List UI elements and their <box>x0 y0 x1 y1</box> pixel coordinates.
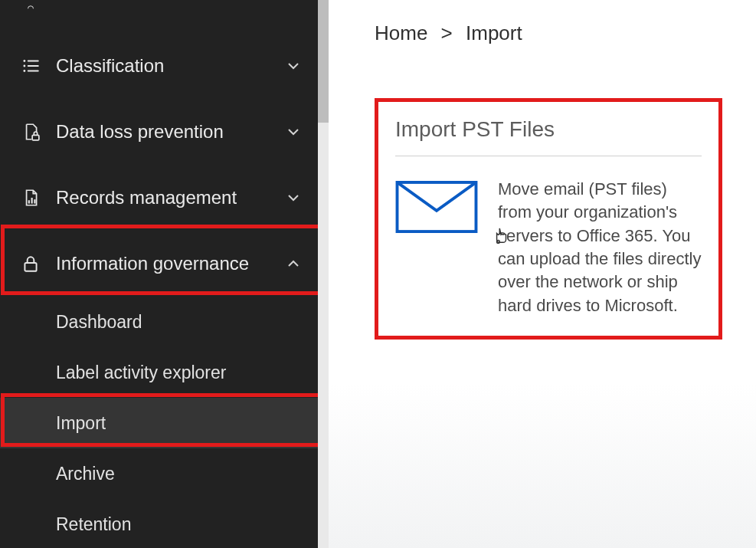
sidebar-item-classification[interactable]: Classification <box>0 33 318 99</box>
sidebar-item-label: Records management <box>56 187 284 208</box>
unknown-icon <box>19 0 42 21</box>
sidebar-scrollbar[interactable] <box>318 0 329 548</box>
sidebar-sub-import[interactable]: Import <box>0 398 318 448</box>
svg-rect-9 <box>34 199 35 203</box>
sidebar-item-truncated[interactable] <box>0 0 318 19</box>
import-pst-card[interactable]: Import PST Files Move email (PST files) … <box>375 98 722 340</box>
envelope-icon <box>395 178 481 233</box>
sidebar-sub-label: Import <box>56 413 106 434</box>
sidebar-sub-archive[interactable]: Archive <box>0 448 318 499</box>
sidebar-item-label: Classification <box>56 55 284 77</box>
svg-rect-10 <box>25 263 36 271</box>
breadcrumb-separator: > <box>441 21 453 44</box>
svg-point-3 <box>23 60 25 62</box>
svg-point-5 <box>23 70 25 72</box>
file-chart-icon <box>19 186 42 209</box>
list-icon <box>19 54 42 77</box>
sidebar: Classification Data loss prevention <box>0 0 329 548</box>
sidebar-sub-label: Archive <box>56 464 115 484</box>
svg-rect-6 <box>32 135 39 140</box>
sidebar-item-information-governance[interactable]: Information governance <box>0 231 318 297</box>
svg-rect-7 <box>28 200 30 203</box>
sidebar-sub-label: Label activity explorer <box>56 363 226 383</box>
sidebar-item-records-management[interactable]: Records management <box>0 165 318 231</box>
sidebar-item-label: Data loss prevention <box>56 121 284 143</box>
sidebar-sub-label-activity-explorer[interactable]: Label activity explorer <box>0 347 318 398</box>
svg-point-4 <box>23 65 25 67</box>
sidebar-sub-label: Retention <box>56 514 131 535</box>
chevron-down-icon <box>284 123 303 141</box>
sidebar-sub-label: Dashboard <box>56 312 142 333</box>
scrollbar-thumb[interactable] <box>318 0 329 123</box>
card-body-text: Move email (PST files) from your organiz… <box>498 178 702 317</box>
card-title: Import PST Files <box>395 117 702 156</box>
chevron-up-icon <box>284 254 303 273</box>
sidebar-sub-retention[interactable]: Retention <box>0 499 318 548</box>
sidebar-sub-dashboard[interactable]: Dashboard <box>0 297 318 347</box>
content-pane: Home > Import Import PST Files Move emai… <box>329 0 756 548</box>
breadcrumb: Home > Import <box>375 21 741 45</box>
svg-rect-8 <box>31 198 33 204</box>
chevron-down-icon <box>284 57 303 75</box>
chevron-down-icon <box>284 189 303 207</box>
sidebar-item-label: Information governance <box>56 253 284 274</box>
file-lock-icon <box>19 120 42 143</box>
sidebar-item-data-loss-prevention[interactable]: Data loss prevention <box>0 99 318 165</box>
lock-icon <box>19 252 42 275</box>
breadcrumb-current: Import <box>466 21 522 44</box>
breadcrumb-home[interactable]: Home <box>375 21 427 44</box>
